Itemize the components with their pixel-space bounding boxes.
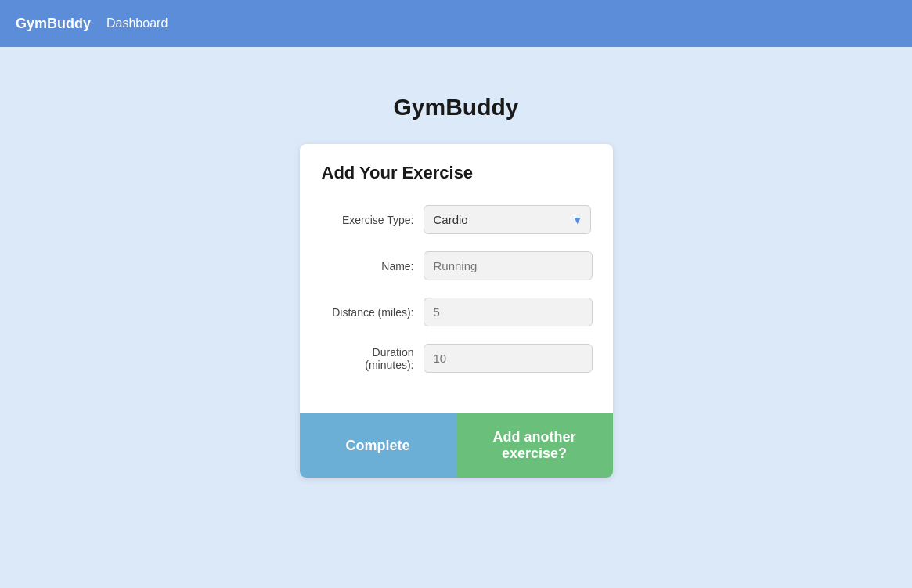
add-another-button[interactable]: Add another exercise? [456,413,613,478]
duration-group: Duration (minutes): [322,344,591,373]
navbar-dashboard-link[interactable]: Dashboard [106,16,168,31]
card-title: Add Your Exercise [322,163,591,183]
duration-label: Duration (minutes): [322,346,424,371]
card-body: Add Your Exercise Exercise Type: Cardio … [300,144,613,413]
exercise-type-group: Exercise Type: Cardio Strength Flexibili… [322,205,591,234]
navbar: GymBuddy Dashboard [0,0,912,47]
page-content: GymBuddy Add Your Exercise Exercise Type… [0,47,912,478]
name-input[interactable] [424,251,593,280]
complete-button[interactable]: Complete [300,413,456,478]
exercise-type-select[interactable]: Cardio Strength Flexibility Balance [424,205,591,234]
exercise-type-label: Exercise Type: [322,214,424,226]
name-label: Name: [322,260,424,272]
distance-input[interactable] [424,298,593,326]
exercise-type-select-wrapper: Cardio Strength Flexibility Balance ▼ [424,205,591,234]
distance-label: Distance (miles): [322,306,424,319]
distance-group: Distance (miles): [322,298,591,326]
card-footer: Complete Add another exercise? [300,413,613,478]
exercise-card: Add Your Exercise Exercise Type: Cardio … [300,144,613,478]
navbar-brand[interactable]: GymBuddy [16,16,91,32]
name-group: Name: [322,251,591,280]
duration-input[interactable] [424,344,593,373]
page-title: GymBuddy [393,94,518,121]
